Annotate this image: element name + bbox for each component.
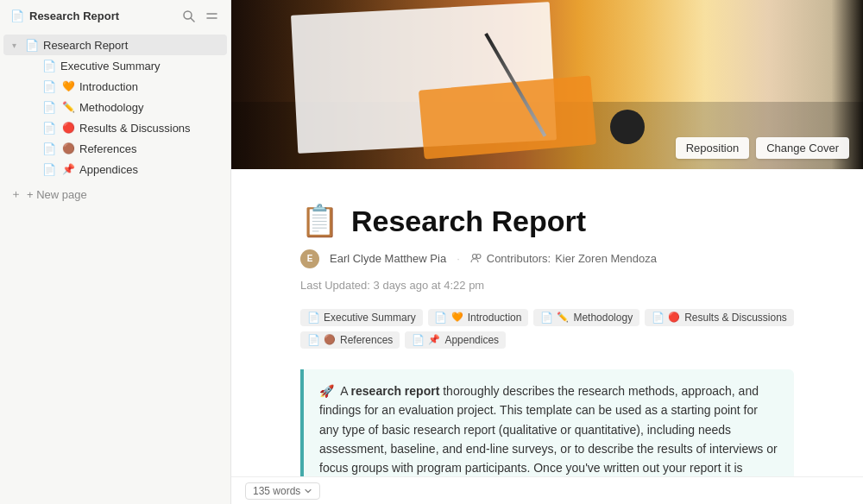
root-label: Research Report <box>43 39 128 52</box>
word-count-button[interactable]: 135 words <box>245 482 320 500</box>
bottom-bar: 135 words <box>231 476 863 504</box>
emoji-icon-4: 🟤 <box>60 141 76 156</box>
author-avatar: E <box>300 249 319 268</box>
chip-doc-icon-5: 📄 <box>412 334 424 346</box>
subpages-row: 📄 Executive Summary 📄 🧡 Introduction 📄 ✏… <box>300 309 794 349</box>
contributors-label: Contributors: <box>487 252 551 265</box>
chip-label-2: Methodology <box>573 312 633 324</box>
sidebar-item-references[interactable]: 📄 🟤 References <box>17 138 227 159</box>
more-icon <box>205 9 218 22</box>
chevron-icon <box>24 142 38 155</box>
sidebar-item-executive-summary[interactable]: 📄 Executive Summary <box>17 55 227 76</box>
emoji-icon-2: ✏️ <box>60 99 76 115</box>
subpage-chip-references[interactable]: 📄 🟤 References <box>300 331 400 349</box>
doc-icon-1: 📄 <box>41 79 57 94</box>
doc-icon-0: 📄 <box>41 58 57 73</box>
subpage-chip-methodology[interactable]: 📄 ✏️ Methodology <box>533 309 639 326</box>
chip-doc-icon-4: 📄 <box>307 334 319 346</box>
label-4: References <box>79 142 136 155</box>
label-3: Results & Discussions <box>79 122 191 135</box>
sidebar-children: 📄 Executive Summary 📄 🧡 Introduction 📄 ✏… <box>0 55 230 180</box>
doc-icon-3: 📄 <box>41 120 57 135</box>
doc-icon-5: 📄 <box>41 161 57 177</box>
cover-orange <box>418 76 595 160</box>
label-1: Introduction <box>79 80 138 93</box>
page-body: 📋 Research Report E Earl Clyde Matthew P… <box>231 169 863 504</box>
chevron-down-icon <box>304 487 312 495</box>
chip-doc-icon-0: 📄 <box>307 312 319 324</box>
search-button[interactable] <box>180 8 197 24</box>
chevron-icon <box>24 100 38 114</box>
chip-emoji-2: ✏️ <box>557 312 569 323</box>
subpages-section: 📄 Executive Summary 📄 🧡 Introduction 📄 ✏… <box>300 309 794 349</box>
contributors-icon <box>470 253 482 265</box>
meta-row: E Earl Clyde Matthew Pia · Contributors:… <box>300 249 794 292</box>
subpage-chip-results[interactable]: 📄 🔴 Results & Discussions <box>645 309 794 326</box>
subpage-chip-introduction[interactable]: 📄 🧡 Introduction <box>428 309 529 326</box>
sidebar-item-introduction[interactable]: 📄 🧡 Introduction <box>17 76 227 97</box>
emoji-icon-1: 🧡 <box>60 79 76 94</box>
chip-label-3: Results & Discussions <box>684 312 787 324</box>
page-title-row: 📋 Research Report <box>300 204 794 239</box>
chip-doc-icon-1: 📄 <box>435 312 447 324</box>
cover-photo: Reposition Change Cover <box>231 0 863 169</box>
word-count-value: 135 words <box>253 485 300 497</box>
meta-separator-1: · <box>457 252 460 265</box>
chevron-icon <box>24 162 38 176</box>
rocket-icon: 🚀 <box>319 384 334 398</box>
sidebar-item-root[interactable]: ▾ 📄 Research Report <box>3 35 227 55</box>
chip-label-1: Introduction <box>468 312 522 324</box>
doc-icon-2: 📄 <box>41 99 57 115</box>
chip-label-4: References <box>340 334 393 346</box>
cover-circle <box>610 110 645 144</box>
chip-emoji-5: 📌 <box>428 334 440 345</box>
emoji-icon-5: 📌 <box>60 161 76 177</box>
new-page-label: + New page <box>27 188 87 201</box>
label-2: Methodology <box>79 101 143 114</box>
page-title: Research Report <box>351 204 586 239</box>
sidebar-tree: ▾ 📄 Research Report 📄 Executive Summary … <box>0 31 230 209</box>
more-button[interactable] <box>204 8 220 24</box>
last-updated: Last Updated: 3 days ago at 4:22 pm <box>300 279 484 292</box>
chevron-icon <box>24 59 38 72</box>
sidebar-item-methodology[interactable]: 📄 ✏️ Methodology <box>17 97 227 117</box>
chip-doc-icon-3: 📄 <box>652 312 664 324</box>
chip-emoji-1: 🧡 <box>451 312 463 323</box>
plus-icon: ＋ <box>10 186 22 202</box>
new-page-button[interactable]: ＋ + New page <box>0 183 230 205</box>
sidebar-item-results[interactable]: 📄 🔴 Results & Discussions <box>17 117 227 138</box>
sidebar-title-text: Research Report <box>29 9 119 22</box>
doc-icon: 📄 <box>10 9 24 22</box>
main-content: Reposition Change Cover 📋 Research Repor… <box>231 0 863 504</box>
emoji-icon-3: 🔴 <box>60 120 76 135</box>
info-bold-text: research report <box>351 384 440 398</box>
search-icon <box>182 9 195 22</box>
chip-label-0: Executive Summary <box>324 312 416 324</box>
page-icon-large: 📋 <box>300 205 339 236</box>
label-0: Executive Summary <box>60 60 161 72</box>
contributors-names: Kier Zoren Mendoza <box>555 252 657 265</box>
sidebar-header: 📄 Research Report <box>0 0 230 31</box>
contributors-section: Contributors: Kier Zoren Mendoza <box>470 252 657 265</box>
chevron-icon <box>24 79 38 93</box>
sidebar-item-appendices[interactable]: 📄 📌 Appendices <box>17 159 227 180</box>
label-5: Appendices <box>79 163 138 176</box>
doc-icon-4: 📄 <box>41 141 57 156</box>
chip-emoji-4: 🟤 <box>324 334 336 345</box>
sidebar-actions <box>180 8 220 24</box>
sidebar: 📄 Research Report ▾ 📄 Research Rep <box>0 0 231 504</box>
chip-label-5: Appendices <box>444 334 499 346</box>
author-name: Earl Clyde Matthew Pia <box>330 252 446 265</box>
cover-buttons: Reposition Change Cover <box>676 137 849 159</box>
reposition-button[interactable]: Reposition <box>676 137 749 159</box>
chevron-down-icon: ▾ <box>7 38 21 52</box>
sidebar-title: 📄 Research Report <box>10 9 119 22</box>
info-text-before: A <box>340 384 350 398</box>
root-doc-icon: 📄 <box>24 37 40 53</box>
chip-emoji-3: 🔴 <box>668 312 680 323</box>
svg-line-1 <box>191 18 194 22</box>
change-cover-button[interactable]: Change Cover <box>756 137 849 159</box>
chip-doc-icon-2: 📄 <box>540 312 552 324</box>
subpage-chip-executive-summary[interactable]: 📄 Executive Summary <box>300 309 423 326</box>
subpage-chip-appendices[interactable]: 📄 📌 Appendices <box>405 331 506 349</box>
